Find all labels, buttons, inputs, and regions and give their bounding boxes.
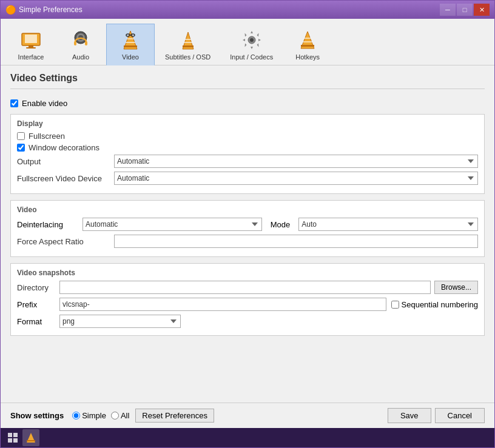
taskbar: [1, 428, 494, 447]
svg-marker-24: [243, 39, 245, 41]
tab-video[interactable]: Video: [106, 24, 155, 65]
close-button[interactable]: ✕: [474, 4, 490, 16]
directory-row: Directory Browse...: [17, 281, 478, 294]
svg-rect-2: [29, 45, 33, 47]
simple-radio[interactable]: [72, 412, 80, 420]
all-radio[interactable]: [111, 412, 119, 420]
tab-input-label: Input / Codecs: [230, 53, 273, 61]
svg-marker-29: [244, 44, 246, 47]
sequential-label[interactable]: Sequential numbering: [402, 300, 478, 309]
display-group: Display Fullscreen Window decorations Ou…: [10, 114, 485, 194]
fullscreen-checkbox[interactable]: [17, 132, 25, 140]
deinterlacing-select[interactable]: Automatic On Off: [82, 218, 262, 231]
simple-radio-label[interactable]: Simple: [82, 411, 106, 420]
interface-icon: [19, 28, 43, 52]
svg-rect-39: [27, 440, 35, 441]
svg-rect-35: [13, 433, 18, 437]
svg-marker-23: [251, 47, 253, 49]
audio-icon: [69, 28, 93, 52]
tab-hotkeys[interactable]: Hotkeys: [283, 24, 332, 65]
svg-rect-36: [8, 438, 12, 443]
minimize-button[interactable]: ─: [440, 4, 456, 16]
svg-marker-28: [257, 33, 258, 37]
output-select[interactable]: Automatic DirectDraw video output OpenGL…: [114, 155, 478, 168]
hotkeys-icon: [295, 28, 320, 52]
deinterlacing-row: Deinterlacing Automatic On Off Mode Auto…: [17, 218, 478, 231]
snapshots-group-label: Video snapshots: [17, 269, 478, 277]
force-aspect-input[interactable]: [114, 235, 478, 248]
tab-subtitles-label: Subtitles / OSD: [165, 53, 210, 61]
input-icon: [240, 28, 264, 52]
window-decorations-row: Window decorations: [17, 143, 478, 152]
subtitles-icon: [176, 28, 200, 52]
sequential-checkbox[interactable]: [391, 301, 399, 309]
browse-button[interactable]: Browse...: [434, 281, 478, 294]
fullscreen-device-row: Fullscreen Video Device Automatic: [17, 172, 478, 185]
snapshots-group: Video snapshots Directory Browse... Pref…: [10, 263, 485, 336]
show-settings-area: Show settings Simple All Reset Preferenc…: [10, 409, 214, 423]
simple-radio-item[interactable]: Simple: [72, 411, 106, 420]
window-decorations-checkbox[interactable]: [17, 144, 25, 152]
deinterlacing-label: Deinterlacing: [17, 220, 78, 229]
svg-rect-7: [74, 41, 76, 45]
all-radio-item[interactable]: All: [111, 411, 129, 420]
prefix-row: Prefix Sequential numbering: [17, 298, 478, 311]
svg-marker-26: [244, 33, 246, 37]
mode-select[interactable]: Auto Discard Blend Mean Bob Linear X Yad…: [298, 218, 478, 231]
format-label: Format: [17, 317, 59, 326]
taskbar-vlc[interactable]: [22, 429, 39, 446]
page-title: Video Settings: [10, 73, 485, 84]
maximize-button[interactable]: □: [457, 4, 473, 16]
prefix-label: Prefix: [17, 300, 59, 309]
tab-interface[interactable]: Interface: [7, 24, 55, 65]
bottom-bar: Show settings Simple All Reset Preferenc…: [1, 403, 494, 428]
svg-rect-10: [124, 45, 137, 47]
fullscreen-label[interactable]: Fullscreen: [29, 132, 65, 141]
all-radio-label[interactable]: All: [121, 411, 129, 420]
tab-audio-label: Audio: [72, 53, 89, 61]
svg-rect-8: [85, 41, 87, 45]
svg-rect-37: [13, 438, 18, 443]
fullscreen-device-control: Automatic: [114, 172, 478, 185]
fullscreen-device-select[interactable]: Automatic: [114, 172, 478, 185]
format-select[interactable]: png jpg bmp: [59, 315, 181, 328]
taskbar-start[interactable]: [4, 429, 21, 446]
prefix-input[interactable]: [59, 298, 386, 311]
window-decorations-label[interactable]: Window decorations: [29, 143, 99, 152]
tab-input[interactable]: Input / Codecs: [221, 24, 282, 65]
tab-audio[interactable]: Audio: [56, 24, 105, 65]
show-settings-label: Show settings: [10, 411, 64, 420]
svg-rect-19: [185, 39, 191, 40]
vlc-icon: 🟠: [5, 5, 15, 15]
enable-video-checkbox[interactable]: [10, 99, 18, 107]
tab-interface-label: Interface: [18, 53, 44, 61]
fullscreen-device-label: Fullscreen Video Device: [17, 174, 114, 183]
svg-rect-33: [304, 38, 311, 39]
save-button[interactable]: Save: [388, 408, 431, 423]
directory-input[interactable]: [59, 281, 431, 294]
svg-rect-34: [8, 433, 12, 437]
svg-rect-18: [184, 42, 192, 43]
main-area: Video Settings Enable video Display Full…: [1, 65, 494, 403]
svg-marker-25: [258, 39, 261, 41]
radio-group: Simple All: [72, 411, 129, 420]
action-buttons: Save Cancel: [388, 408, 485, 423]
enable-video-row: Enable video: [10, 96, 485, 110]
cancel-button[interactable]: Cancel: [435, 408, 485, 423]
svg-marker-27: [257, 44, 258, 47]
svg-rect-31: [301, 45, 314, 47]
reset-button[interactable]: Reset Preferences: [135, 409, 214, 423]
svg-rect-17: [183, 45, 194, 47]
tab-hotkeys-label: Hotkeys: [295, 53, 320, 61]
section-divider: [10, 89, 485, 89]
enable-video-label[interactable]: Enable video: [22, 99, 67, 108]
fullscreen-row: Fullscreen: [17, 132, 478, 141]
directory-label: Directory: [17, 283, 59, 292]
output-row: Output Automatic DirectDraw video output…: [17, 155, 478, 168]
svg-rect-12: [127, 38, 134, 39]
svg-marker-22: [251, 31, 253, 33]
mode-label: Mode: [271, 220, 291, 229]
title-bar: 🟠 Simple Preferences ─ □ ✕: [1, 1, 494, 19]
tab-subtitles[interactable]: Subtitles / OSD: [156, 24, 220, 65]
svg-rect-1: [25, 35, 37, 43]
